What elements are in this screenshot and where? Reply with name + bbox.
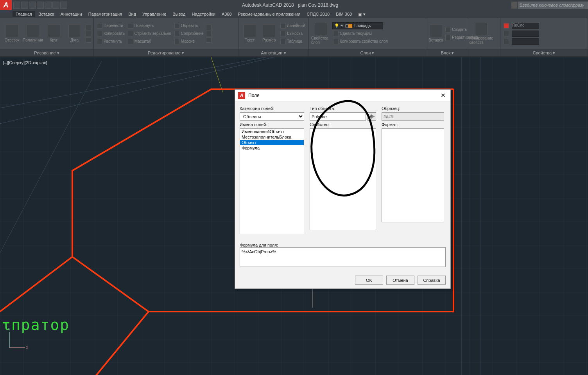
title-draw[interactable]: Рисование ▾ xyxy=(0,49,94,56)
tool-table[interactable]: Таблица xyxy=(280,38,306,45)
tab-a360[interactable]: A360 xyxy=(219,11,235,17)
search-arrow-icon[interactable] xyxy=(511,2,517,9)
categories-select[interactable]: Объекты xyxy=(240,112,304,121)
qat-undo-icon[interactable] xyxy=(52,2,59,9)
tab-view[interactable]: Вид xyxy=(125,11,139,17)
tool-copy[interactable]: Копировать xyxy=(96,30,125,37)
title-edit[interactable]: Редактирование ▾ xyxy=(94,49,238,56)
app-logo[interactable]: A xyxy=(0,0,12,10)
tab-home[interactable]: Главная xyxy=(13,11,35,17)
color-combo[interactable]: ПоСло xyxy=(503,22,540,29)
format-listbox[interactable] xyxy=(382,128,444,222)
label-formula: Формула для поля: xyxy=(240,243,446,247)
tab-annotate[interactable]: Аннотации xyxy=(57,11,85,17)
layer-make-current[interactable]: Сделать текущим xyxy=(332,30,389,37)
tool-text[interactable]: Текст xyxy=(241,25,258,42)
tool-polyline[interactable]: Полилиния xyxy=(23,25,43,42)
edit-extra-3-icon[interactable] xyxy=(206,37,212,43)
tab-insert[interactable]: Вставка xyxy=(35,11,57,17)
edit-extra-2-icon[interactable] xyxy=(206,31,212,36)
ucs-icon: Y X xyxy=(5,328,29,352)
panel-layers: Свойства слоя 💡 ☀ ▢ Площадь Сделать теку… xyxy=(309,18,426,49)
title-block[interactable]: Блок ▾ xyxy=(426,49,469,56)
ribbon-panel-titles: Рисование ▾ Редактирование ▾ Аннотации ▾… xyxy=(0,49,588,56)
cancel-button[interactable]: Отмена xyxy=(386,276,414,285)
dialog-title-text: Поле xyxy=(248,93,260,98)
window-title: Autodesk AutoCAD 2018 plan Gos 2018.dwg xyxy=(69,2,511,8)
ribbon: Отрезок Полилиния Круг Дуга Перенести Ко… xyxy=(0,18,588,49)
field-dialog: A Поле ✕ Категории полей: Объекты Имена … xyxy=(235,89,451,289)
panel-block: Вставка Создать Редактировать xyxy=(426,18,469,49)
dialog-titlebar[interactable]: A Поле ✕ xyxy=(235,90,450,101)
property-listbox[interactable] xyxy=(310,128,376,230)
label-format: Формат: xyxy=(382,122,444,127)
tool-circle[interactable]: Круг xyxy=(44,25,63,42)
layer-match[interactable]: Копировать свойства слоя xyxy=(332,38,389,45)
tab-extra-icon[interactable]: ▣ ▾ xyxy=(355,11,369,18)
tab-spds[interactable]: СПДС 2018 xyxy=(303,11,333,17)
draw-extra-3-icon[interactable] xyxy=(86,37,91,43)
qat-saveas-icon[interactable] xyxy=(37,2,44,9)
list-item[interactable]: Формула xyxy=(240,145,304,151)
keyword-search-input[interactable]: Введите ключевое слово/фразу xyxy=(518,2,588,9)
list-item[interactable]: Объект xyxy=(240,140,304,145)
label-object-type: Тип объекта: xyxy=(310,106,376,111)
tool-leader[interactable]: Выноска xyxy=(280,30,306,37)
tool-layerprops[interactable]: Свойства слоя xyxy=(311,23,331,45)
qat-new-icon[interactable] xyxy=(13,2,20,9)
list-item[interactable]: МестозаполнительБлока xyxy=(240,134,304,140)
dialog-close-button[interactable]: ✕ xyxy=(439,92,447,99)
field-names-listbox[interactable]: ИменованныйОбъект МестозаполнительБлока … xyxy=(240,128,304,234)
title-annot[interactable]: Аннотации ▾ xyxy=(238,49,309,56)
title-spacer xyxy=(469,49,500,56)
draw-extra-1-icon[interactable] xyxy=(86,25,91,30)
tool-matchprops[interactable]: Копирование свойств xyxy=(471,23,491,45)
label-field-names: Имена полей: xyxy=(240,122,304,127)
panel-spacer: Копирование свойств xyxy=(469,18,500,49)
tool-trim[interactable]: Обрезать xyxy=(174,22,204,29)
qat-open-icon[interactable] xyxy=(21,2,28,9)
tool-dim[interactable]: Размер xyxy=(260,25,278,42)
title-props[interactable]: Свойства ▾ xyxy=(500,49,588,56)
crosshair-icon xyxy=(369,114,375,119)
help-button[interactable]: Справка xyxy=(418,276,446,285)
tab-bim360[interactable]: BIM 360 xyxy=(333,11,355,17)
quick-access-toolbar xyxy=(12,2,69,9)
tool-line[interactable]: Отрезок xyxy=(2,25,22,42)
lineweight-combo[interactable] xyxy=(503,30,540,37)
tool-rotate[interactable]: Повернуть xyxy=(127,22,172,29)
tool-scale[interactable]: Масштаб xyxy=(127,38,172,45)
tool-linear[interactable]: Линейный xyxy=(280,22,306,29)
svg-text:Y: Y xyxy=(8,328,11,332)
label-sample: Образец: xyxy=(382,106,444,111)
tool-array[interactable]: Массив xyxy=(174,38,204,45)
tool-stretch[interactable]: Растянуть xyxy=(96,38,125,45)
tab-manage[interactable]: Управление xyxy=(139,11,169,17)
layer-combo[interactable]: 💡 ☀ ▢ Площадь xyxy=(332,22,383,29)
ok-button[interactable]: OK xyxy=(355,276,383,285)
formula-display: %<\AcObjProp>% xyxy=(240,247,446,267)
edit-extra-1-icon[interactable] xyxy=(206,25,212,30)
tool-insert[interactable]: Вставка xyxy=(428,25,443,42)
tab-param[interactable]: Параметризация xyxy=(85,11,125,17)
linetype-combo[interactable] xyxy=(503,38,540,45)
title-layers[interactable]: Слои ▾ xyxy=(309,49,426,56)
tool-arc[interactable]: Дуга xyxy=(65,25,84,42)
tool-fillet[interactable]: Сопряжение xyxy=(174,30,204,37)
tab-featured[interactable]: Рекомендованные приложения xyxy=(235,11,304,17)
tab-addins[interactable]: Надстройки xyxy=(189,11,219,17)
label-categories: Категории полей: xyxy=(240,106,304,111)
draw-extra-2-icon[interactable] xyxy=(86,31,91,36)
tool-mirror[interactable]: Отразить зеркально xyxy=(127,30,172,37)
object-type-input[interactable] xyxy=(310,112,366,121)
pick-object-button[interactable] xyxy=(368,112,376,121)
label-property: Свойство: xyxy=(310,122,376,127)
qat-save-icon[interactable] xyxy=(29,2,36,9)
sample-display: #### xyxy=(382,112,444,121)
panel-edit: Перенести Копировать Растянуть Повернуть… xyxy=(94,18,238,49)
qat-redo-icon[interactable] xyxy=(60,2,67,9)
tool-move[interactable]: Перенести xyxy=(96,22,125,29)
qat-print-icon[interactable] xyxy=(45,2,52,9)
list-item[interactable]: ИменованныйОбъект xyxy=(240,129,304,134)
tab-output[interactable]: Вывод xyxy=(169,11,188,17)
